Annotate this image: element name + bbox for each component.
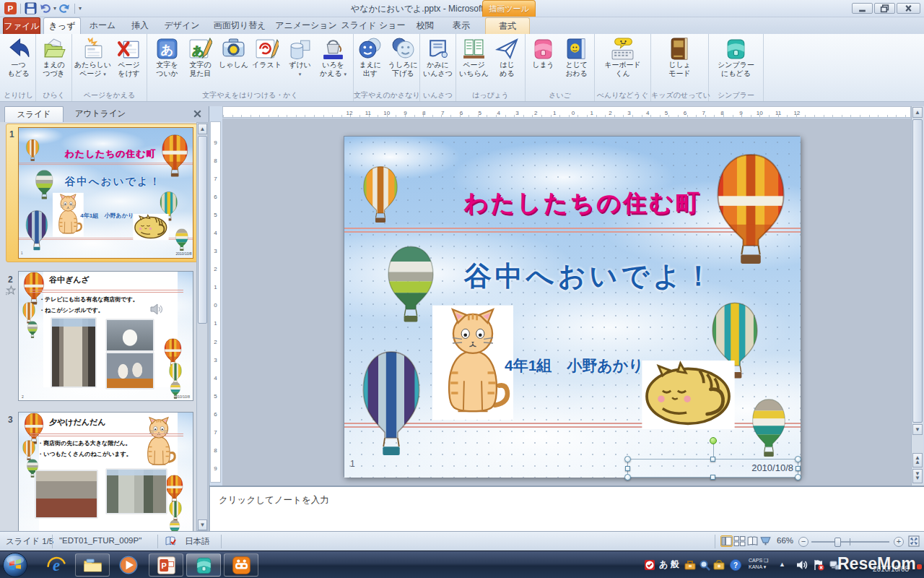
bring-forward-button[interactable]: まえに出す [354,36,387,91]
next-slide-button[interactable]: ▼▼ [912,469,923,483]
sleeping-cat-clipart[interactable] [640,361,736,429]
scroll-up-button[interactable]: ▲ [198,124,207,134]
hot-air-balloon[interactable] [385,245,437,323]
reading-view-button[interactable] [746,535,759,547]
ime-toolbox-icon[interactable] [684,559,696,571]
undo-dropdown-icon[interactable]: ▾ [53,6,56,11]
tab-outline[interactable]: アウトライン [66,106,134,122]
print-button[interactable]: かみにいんさつ [422,36,455,91]
slide-canvas[interactable]: わたしたちの住む町 谷中へおいでよ！ 4年1組 小野あかり 1 2010/10/… [344,136,800,477]
resize-handle[interactable] [624,456,631,462]
tab-kids[interactable]: きっず [43,17,81,34]
main-scrollbar[interactable]: ▲ ▼ ▲▲ ▼▼ [911,106,923,486]
photo-button[interactable]: しゃしん [217,36,250,91]
shapes-button[interactable]: ずけい▾ [284,36,317,91]
hot-air-balloon[interactable] [359,350,424,457]
zoom-slider-thumb[interactable] [834,538,841,547]
zoom-out-button[interactable]: − [798,537,808,547]
resume-previous-button[interactable]: まえのつづき [38,36,71,91]
tab-format[interactable]: 書式 [485,17,530,34]
slide-subtitle[interactable]: 谷中へおいでよ！ [438,258,741,295]
delete-page-button[interactable]: ページをけす [113,36,146,91]
resize-handle[interactable] [795,456,801,462]
new-page-button[interactable]: あたらしいページ ▾ [74,36,113,91]
resize-handle[interactable] [710,475,715,480]
normal-view-button[interactable] [720,535,733,547]
minimize-button[interactable] [852,3,873,14]
scroll-up-button[interactable]: ▲ [912,107,923,118]
resize-handle[interactable] [624,474,631,480]
zoom-in-button[interactable]: + [894,537,904,547]
drawing-tools-context-header[interactable]: 描画ツール [482,0,536,17]
tab-file[interactable]: ファイル [3,17,40,34]
restore-button[interactable] [874,3,895,14]
ime-search-icon[interactable] [699,559,710,571]
tab-review[interactable]: 校閲 [409,17,442,34]
page-list-button[interactable]: ページいちらん [458,36,491,91]
powerpoint-app-icon[interactable]: P [4,2,17,14]
scrollbar-thumb[interactable] [198,136,207,324]
slide-thumbnail-1[interactable]: わたしたちの住む町 谷中へおいでよ！ 4年1組 小野あかり 1 2010/10/… [18,127,193,259]
language-indicator[interactable]: 日本語 [185,536,210,547]
tab-animation[interactable]: アニメーション [274,17,338,34]
resize-handle[interactable] [625,466,630,471]
ime-help-icon[interactable]: ? [730,559,741,571]
slide-date[interactable]: 2010/10/8 [751,462,793,473]
tab-design[interactable]: デザイン [159,17,205,34]
tab-slides[interactable]: スライド [4,106,64,122]
redo-button[interactable] [58,2,71,14]
panel-scrollbar[interactable]: ▲ ▼ [196,122,208,531]
slide-sorter-view-button[interactable] [733,535,746,547]
scroll-down-button[interactable]: ▼ [912,424,923,435]
resize-handle[interactable] [710,457,715,462]
ime-caps-kana-indicator[interactable]: CAPS ❏KANA ▾ [749,557,768,570]
tab-transition[interactable]: 画面切り替え [208,17,271,34]
close-panel-icon[interactable] [192,108,203,119]
slide-thumbnail-2[interactable]: 谷中ぎんざ ・テレビにも出る有名な商店街です。 ・ねこがシンボルです。 2 20… [18,271,193,401]
start-show-button[interactable]: はじめる [491,36,524,91]
add-text-button[interactable]: あ文字をついか [151,36,184,91]
taskbar-powerpoint-button[interactable]: P [149,553,183,577]
previous-slide-button[interactable]: ▲▲ [912,453,923,467]
scrollbar-thumb[interactable] [912,119,923,423]
dictionary-mode-button[interactable]: じしょモード [658,36,702,91]
put-away-button[interactable]: しまう [527,36,560,91]
resize-handle[interactable] [796,466,801,471]
slide-title[interactable]: わたしたちの住む町 [445,187,720,220]
slide-author[interactable]: 4年1組 小野あかり [505,355,644,376]
ime-conversion-mode[interactable]: 般 [671,558,679,571]
ime-tools-icon[interactable] [713,559,725,571]
start-button[interactable] [2,552,28,578]
hot-air-balloon[interactable] [361,165,400,223]
sitting-cat-clipart[interactable] [432,305,513,420]
keyboard-kun-button[interactable]: キーボードくん [599,36,647,91]
tab-insert[interactable]: 挿入 [124,17,156,34]
illustration-button[interactable]: イラスト [250,36,284,91]
undo-one-button[interactable]: 一つもどる [2,36,35,91]
customize-qat-icon[interactable]: ▾ [79,6,82,11]
send-backward-button[interactable]: うしろに下げる [387,36,420,91]
internet-explorer-icon[interactable]: e [46,555,66,575]
back-to-simpler-button[interactable]: シンプラーにもどる [712,36,760,91]
scroll-down-button[interactable]: ▼ [198,519,207,530]
volume-icon[interactable] [796,559,808,571]
tab-slideshow[interactable]: スライド ショー [341,17,406,34]
fit-to-window-icon[interactable] [908,535,920,547]
change-color-button[interactable]: いろをかえる ▾ [317,36,350,91]
close-and-end-button[interactable]: とじておわる [560,36,593,91]
show-hidden-icons[interactable]: ▲ [779,561,785,568]
date-placeholder[interactable]: 2010/10/8 [627,459,798,478]
text-style-button[interactable]: あ文字の見た目 [184,36,217,91]
zoom-percentage[interactable]: 66% [777,536,793,545]
taskbar-kids-app-button[interactable] [186,553,221,577]
resize-handle[interactable] [795,474,801,480]
taskbar-orange-app-button[interactable] [224,553,258,577]
slide-thumbnail-3[interactable]: 夕やけだんだん ・商店街の先にある大きな階だん。 ・いつもたくさんのねこがいます… [18,412,193,531]
zoom-slider-track[interactable] [811,541,889,543]
taskbar-explorer-button[interactable] [75,553,110,577]
save-button[interactable] [25,2,37,14]
hot-air-balloon[interactable] [712,152,789,265]
rotation-handle[interactable] [710,437,717,444]
security-tray-icon[interactable] [644,559,655,571]
tab-view[interactable]: 表示 [445,17,478,34]
